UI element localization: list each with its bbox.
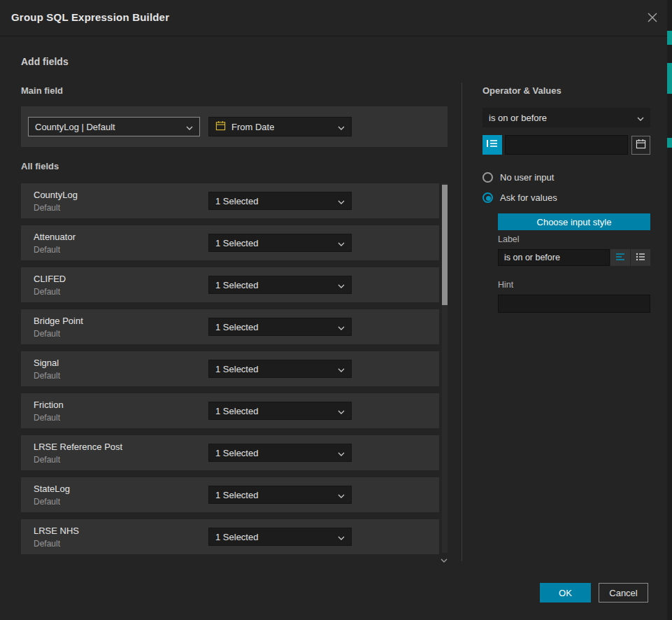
field-row-signal: Signal Default 1 Selected: [21, 351, 439, 386]
chevron-down-icon: [338, 122, 345, 132]
bulleted-list-icon: [636, 251, 645, 264]
chevron-down-icon: [338, 364, 345, 374]
field-name: LRSE Reference Post: [34, 442, 122, 452]
field-row-lrse-nhs: LRSE NHS Default 1 Selected: [21, 519, 439, 554]
dialog-title: Group SQL Expression Builder: [11, 11, 169, 23]
radio-on-icon: [482, 192, 493, 203]
list-scrollbar-thumb[interactable]: [442, 185, 448, 305]
field-subtitle: Default: [34, 539, 60, 549]
field-selection-dropdown[interactable]: 1 Selected: [208, 528, 352, 546]
operator-value: is on or before: [489, 113, 547, 123]
chevron-down-icon: [338, 532, 345, 542]
radio-label: No user input: [500, 172, 554, 183]
field-subtitle: Default: [34, 455, 60, 465]
field-subtitle: Default: [34, 203, 60, 213]
selection-value: 1 Selected: [215, 280, 258, 290]
date-field-dropdown[interactable]: From Date: [208, 117, 352, 136]
scroll-down-icon[interactable]: [440, 554, 448, 566]
selection-value: 1 Selected: [215, 238, 258, 248]
selection-value: 1 Selected: [215, 364, 258, 374]
field-name: Bridge Point: [34, 316, 83, 326]
hint-input[interactable]: [498, 295, 650, 313]
selection-value: 1 Selected: [215, 406, 258, 416]
layer-select-dropdown[interactable]: CountyLog | Default: [28, 117, 200, 136]
scrollbar-marker: [667, 138, 672, 148]
align-left-icon: [615, 251, 625, 264]
ok-button[interactable]: OK: [540, 583, 591, 603]
close-button[interactable]: [644, 10, 661, 27]
value-type-toggle-button[interactable]: [482, 135, 502, 155]
field-row-attenuator: Attenuator Default 1 Selected: [21, 225, 439, 260]
field-row-bridge-point: Bridge Point Default 1 Selected: [21, 309, 439, 344]
chevron-down-icon: [338, 322, 345, 332]
field-row-countylog: CountyLog Default 1 Selected: [21, 183, 439, 218]
field-selection-dropdown[interactable]: 1 Selected: [208, 444, 352, 462]
choose-input-style-button[interactable]: Choose input style: [498, 213, 650, 230]
list-lines-icon: [487, 139, 498, 151]
field-name: LRSE NHS: [34, 526, 79, 536]
field-subtitle: Default: [34, 371, 60, 381]
label-input[interactable]: [498, 249, 610, 266]
main-field-heading: Main field: [21, 85, 63, 96]
field-name: CountyLog: [34, 190, 78, 200]
main-field-panel: CountyLog | Default From Date: [21, 106, 448, 147]
selection-value: 1 Selected: [215, 448, 258, 458]
title-bar: Group SQL Expression Builder: [0, 0, 672, 36]
field-selection-dropdown[interactable]: 1 Selected: [208, 402, 352, 420]
group-sql-expression-builder-dialog: Group SQL Expression Builder Add fields …: [0, 0, 672, 620]
chevron-down-icon: [338, 238, 345, 248]
chevron-down-icon: [186, 122, 193, 132]
panel-divider: [462, 83, 462, 561]
selection-value: 1 Selected: [215, 490, 258, 500]
radio-label: Ask for values: [500, 192, 557, 203]
scrollbar-marker: [667, 63, 672, 94]
field-row-friction: Friction Default 1 Selected: [21, 393, 439, 428]
field-subtitle: Default: [34, 287, 60, 297]
hint-caption: Hint: [498, 280, 513, 290]
field-selection-dropdown[interactable]: 1 Selected: [208, 486, 352, 504]
value-input[interactable]: [505, 135, 628, 155]
field-subtitle: Default: [34, 245, 60, 255]
field-name: Friction: [34, 400, 64, 410]
chevron-down-icon: [338, 280, 345, 290]
calendar-icon: [215, 120, 226, 133]
operator-dropdown[interactable]: is on or before: [482, 108, 650, 127]
field-subtitle: Default: [34, 497, 60, 507]
field-row-lrse-reference-post: LRSE Reference Post Default 1 Selected: [21, 435, 439, 470]
field-subtitle: Default: [34, 329, 60, 339]
add-fields-heading: Add fields: [21, 56, 69, 67]
selection-value: 1 Selected: [215, 322, 258, 332]
cancel-button[interactable]: Cancel: [599, 583, 648, 603]
list-scrollbar[interactable]: [442, 183, 448, 553]
layer-select-value: CountyLog | Default: [35, 122, 115, 132]
field-name: CLIFED: [34, 274, 66, 284]
date-field-value: From Date: [231, 122, 274, 132]
all-fields-list: CountyLog Default 1 Selected Attenuator …: [21, 183, 439, 554]
field-row-clifed: CLIFED Default 1 Selected: [21, 267, 439, 302]
scrollbar-marker: [667, 31, 672, 45]
field-selection-dropdown[interactable]: 1 Selected: [208, 234, 352, 252]
radio-off-icon: [482, 172, 493, 183]
window-scrollbar[interactable]: [667, 0, 672, 620]
calendar-icon: [636, 139, 646, 152]
field-selection-dropdown[interactable]: 1 Selected: [208, 318, 352, 336]
radio-no-user-input[interactable]: No user input: [482, 172, 554, 183]
field-name: Attenuator: [34, 232, 76, 242]
list-input-style-button[interactable]: [631, 249, 650, 266]
field-selection-dropdown[interactable]: 1 Selected: [208, 192, 352, 210]
single-line-input-style-button[interactable]: [610, 249, 630, 266]
selection-value: 1 Selected: [215, 532, 258, 542]
close-icon: [647, 12, 658, 26]
label-caption: Label: [498, 234, 520, 244]
operator-values-heading: Operator & Values: [482, 85, 562, 96]
date-picker-button[interactable]: [631, 136, 650, 155]
chevron-down-icon: [338, 490, 345, 500]
all-fields-heading: All fields: [21, 161, 59, 171]
selection-value: 1 Selected: [215, 196, 258, 206]
chevron-down-icon: [338, 196, 345, 206]
radio-ask-for-values[interactable]: Ask for values: [482, 192, 557, 203]
chevron-down-icon: [637, 113, 644, 123]
field-selection-dropdown[interactable]: 1 Selected: [208, 360, 352, 378]
chevron-down-icon: [338, 448, 345, 458]
field-selection-dropdown[interactable]: 1 Selected: [208, 276, 352, 294]
